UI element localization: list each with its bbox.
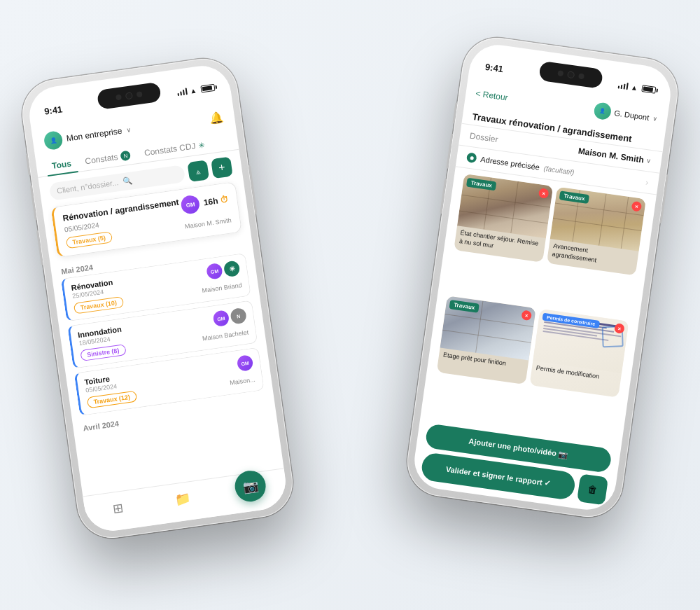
tab-constats-label: Constats [85,151,119,165]
add-button[interactable]: + [211,156,233,179]
address-label: Adresse précisée [480,155,540,172]
wifi-icon-right: ▲ [630,83,638,91]
highlight-card-time: 16h ⏱ [203,194,229,207]
island-camera-right [557,70,564,76]
power-button [248,165,258,214]
status-icons-left: ▲ [176,83,215,96]
renovation-avatar-star: ✳ [223,260,241,277]
right-user-chevron: ∨ [652,114,657,122]
chevron-down-icon: ∨ [125,125,131,133]
delete-icon: 🗑 [587,483,598,496]
right-user: 👤 G. Dupont ∨ [593,102,659,127]
mute-button-right [452,102,457,123]
right-user-avatar: 👤 [593,102,612,120]
tab-constats-cdj-label: Constats CDJ [144,141,196,158]
volume-up-button [30,185,37,220]
search-icon: 🔍 [122,175,133,186]
status-icons-right: ▲ [617,81,656,93]
innondation-client: Maison Bachelet [202,328,248,342]
clock-icon: ⏱ [219,194,229,205]
delete-button[interactable]: 🗑 [577,473,608,505]
left-phone-screen: 9:41 ▲ [26,62,289,534]
back-label: < Retour [475,88,509,102]
photo-card-1[interactable]: Travaux × État chantier séjour. Remise à… [454,174,553,263]
nav-camera-button[interactable]: 📷 [233,469,268,504]
bottom-nav: ⊞ 📁 📷 [83,468,289,534]
toiture-tag: Travaux (12) [87,390,137,408]
phone-right: 9:41 ▲ [403,33,682,521]
constats-badge: N [120,150,131,161]
photo-card-2[interactable]: Travaux × Avancement agrandissement [547,186,646,275]
filter-button[interactable]: ⟁ [187,160,209,182]
photo-card-3[interactable]: Travaux × Etage prêt pour finition [437,296,536,384]
bell-icon[interactable]: 🔔 [209,110,224,125]
address-chevron-right: › [645,177,649,187]
signal-icon-left [176,88,188,96]
enterprise-name: Mon entreprise [66,125,122,143]
toiture-avatar-gm: GM [237,354,254,372]
innondation-tag: Sinistre (8) [80,343,126,361]
search-placeholder: Client, n°dossier... [56,178,119,195]
photo-card-4[interactable]: Permis de construire × Permis de modific… [529,308,629,397]
location-icon [466,152,477,163]
address-optional: (facultatif) [543,164,575,176]
user-avatar: 👤 [43,130,63,150]
island-lens-right [567,71,575,78]
battery-icon-left [200,83,215,92]
highlight-card-tag: Travaux (5) [66,230,113,248]
volume-down-button [36,230,43,265]
renovation-tag: Travaux (10) [74,296,124,314]
add-photo-label: Ajouter une photo/vidéo 📷 [468,436,569,459]
photo-4-remove[interactable]: × [614,323,625,334]
island-sensor-left [136,91,143,97]
dossier-name: Maison M. Smith [578,146,645,165]
nav-grid-icon[interactable]: ⊞ [104,494,132,522]
renovation-avatar-gm: GM [206,262,223,279]
tab-tous-label: Tous [51,158,71,171]
highlight-card-avatar: GM [180,194,200,214]
innondation-avatar-gm: GM [212,310,230,327]
phone-left: 9:41 ▲ [18,54,298,542]
photo-grid: Travaux × État chantier séjour. Remise à… [420,167,657,446]
right-phone-screen: 9:41 ▲ [411,41,674,513]
dossier-chevron: ∨ [646,157,652,165]
constats-cdj-badge: ✳ [197,140,205,150]
time-right: 9:41 [484,61,504,74]
volume-down-button-right [440,179,447,214]
island-sensor-right [578,73,584,79]
signal-icon-right [617,81,629,90]
right-user-name: G. Dupont [614,109,650,122]
dossier-value: Maison M. Smith ∨ [578,146,652,166]
wifi-icon-left: ▲ [190,85,197,94]
innondation-avatar-n: N [230,307,247,324]
island-camera-left [115,94,122,100]
toiture-client: Maison... [230,375,256,386]
back-button[interactable]: < Retour [475,88,509,102]
renovation-client: Maison Briand [202,281,242,293]
highlight-card-client: Maison M. Smith [184,216,232,229]
tab-tous[interactable]: Tous [45,152,78,176]
battery-icon-right [641,85,656,94]
volume-up-button-right [446,133,453,168]
dossier-label: Dossier [469,130,498,144]
time-left: 9:41 [43,103,63,116]
island-lens-left [125,92,133,99]
nav-folder-icon[interactable]: 📁 [169,485,197,513]
mute-button [26,153,31,174]
power-button-right [659,174,668,223]
validate-label: Valider et signer le rapport ✓ [445,464,551,488]
